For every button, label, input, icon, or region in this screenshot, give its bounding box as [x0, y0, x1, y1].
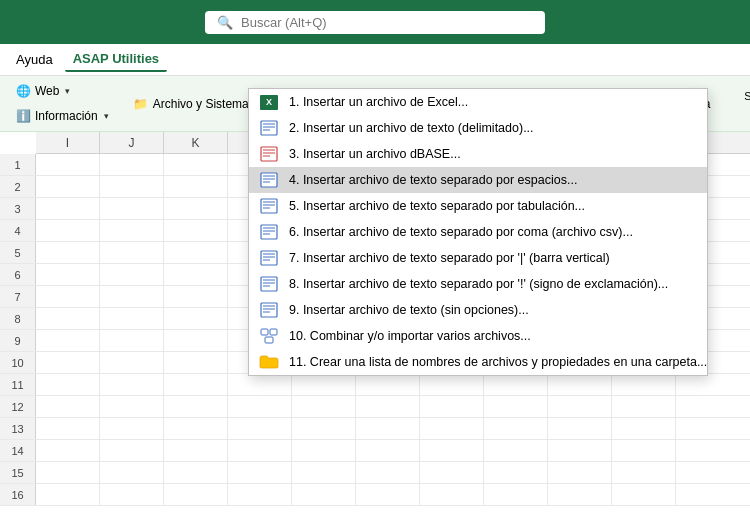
col-header-k: K [164, 132, 228, 153]
menu-bar: Ayuda ASAP Utilities [0, 44, 750, 76]
info-dropdown-arrow: ▾ [104, 111, 109, 121]
svg-rect-28 [261, 277, 277, 291]
svg-rect-38 [265, 337, 273, 343]
table-row: 16 [0, 484, 750, 506]
dropdown-item-icon-7 [259, 250, 279, 266]
search-box[interactable]: 🔍 [205, 11, 545, 34]
dropdown-item-2[interactable]: 2. Insertar un archivo de texto (delimit… [249, 115, 707, 141]
search-input[interactable] [241, 15, 533, 30]
row-num: 5 [0, 242, 36, 263]
dropdown-item-text-5: 5. Insertar archivo de texto separado po… [289, 199, 585, 213]
svg-rect-37 [270, 329, 277, 335]
dropdown-item-4[interactable]: 4. Insertar archivo de texto separado po… [249, 167, 707, 193]
table-row: 11 [0, 374, 750, 396]
dropdown-item-7[interactable]: 7. Insertar archivo de texto separado po… [249, 245, 707, 271]
dropdown-item-icon-8 [259, 276, 279, 292]
row-num: 6 [0, 264, 36, 285]
dropdown-item-icon-9 [259, 302, 279, 318]
svg-rect-12 [261, 173, 277, 187]
dropdown-item-text-2: 2. Insertar un archivo de texto (delimit… [289, 121, 534, 135]
dropdown-item-icon-10 [259, 328, 279, 344]
svg-rect-20 [261, 225, 277, 239]
table-row: 13 [0, 418, 750, 440]
ribbon-archivo-btn[interactable]: 📁 Archivo y Sistema ▾ [126, 93, 267, 115]
dropdown-item-text-11: 11. Crear una lista de nombres de archiv… [289, 355, 707, 369]
dropdown-item-text-6: 6. Insertar archivo de texto separado po… [289, 225, 633, 239]
dropdown-item-icon-11 [259, 354, 279, 370]
row-num: 2 [0, 176, 36, 197]
dropdown-item-text-3: 3. Insertar un archivo dBASE... [289, 147, 461, 161]
row-num: 13 [0, 418, 36, 439]
dropdown-item-9[interactable]: 9. Insertar archivo de texto (sin opcion… [249, 297, 707, 323]
dropdown-item-6[interactable]: 6. Insertar archivo de texto separado po… [249, 219, 707, 245]
svg-rect-24 [261, 251, 277, 265]
ribbon-info-btn[interactable]: ℹ️ Información ▾ [8, 105, 116, 127]
dropdown-item-text-4: 4. Insertar archivo de texto separado po… [289, 173, 577, 187]
info-icon: ℹ️ [15, 108, 31, 124]
row-num: 16 [0, 484, 36, 505]
svg-rect-36 [261, 329, 268, 335]
row-num: 3 [0, 198, 36, 219]
row-num: 10 [0, 352, 36, 373]
dropdown-item-text-1: 1. Insertar un archivo de Excel... [289, 95, 468, 109]
dropdown-item-icon-1: X [259, 94, 279, 110]
col-header-j: J [100, 132, 164, 153]
table-row: 12 [0, 396, 750, 418]
menu-ayuda[interactable]: Ayuda [8, 48, 61, 71]
col-header-i: I [36, 132, 100, 153]
row-num: 9 [0, 330, 36, 351]
dropdown-item-icon-3 [259, 146, 279, 162]
archivo-icon: 📁 [133, 96, 149, 112]
search-icon: 🔍 [217, 15, 233, 30]
dropdown-item-text-10: 10. Combinar y/o importar varios archivo… [289, 329, 531, 343]
table-row: 15 [0, 462, 750, 484]
ribbon-suger-btn[interactable]: Sugere... del... [737, 87, 750, 121]
svg-rect-16 [261, 199, 277, 213]
dropdown-item-3[interactable]: 3. Insertar un archivo dBASE... [249, 141, 707, 167]
row-num: 14 [0, 440, 36, 461]
dropdown-item-text-8: 8. Insertar archivo de texto separado po… [289, 277, 668, 291]
row-num: 8 [0, 308, 36, 329]
row-num: 1 [0, 154, 36, 175]
dropdown-item-icon-6 [259, 224, 279, 240]
svg-rect-8 [261, 147, 277, 161]
svg-rect-32 [261, 303, 277, 317]
row-num: 4 [0, 220, 36, 241]
dropdown-item-1[interactable]: X1. Insertar un archivo de Excel... [249, 89, 707, 115]
row-num: 11 [0, 374, 36, 395]
row-num: 12 [0, 396, 36, 417]
dropdown-item-8[interactable]: 8. Insertar archivo de texto separado po… [249, 271, 707, 297]
dropdown-item-icon-5 [259, 198, 279, 214]
menu-asap[interactable]: ASAP Utilities [65, 47, 167, 72]
dropdown-item-icon-2 [259, 120, 279, 136]
dropdown-item-11[interactable]: 11. Crear una lista de nombres de archiv… [249, 349, 707, 375]
table-row: 14 [0, 440, 750, 462]
row-num: 15 [0, 462, 36, 483]
dropdown-item-text-7: 7. Insertar archivo de texto separado po… [289, 251, 610, 265]
row-num: 7 [0, 286, 36, 307]
web-icon: 🌐 [15, 83, 31, 99]
dropdown-item-10[interactable]: 10. Combinar y/o importar varios archivo… [249, 323, 707, 349]
dropdown-item-icon-4 [259, 172, 279, 188]
dropdown-item-5[interactable]: 5. Insertar archivo de texto separado po… [249, 193, 707, 219]
dropdown-item-text-9: 9. Insertar archivo de texto (sin opcion… [289, 303, 529, 317]
web-dropdown-arrow: ▾ [65, 86, 70, 96]
ribbon-web-btn[interactable]: 🌐 Web ▾ [8, 80, 116, 102]
top-bar: 🔍 [0, 0, 750, 44]
svg-rect-4 [261, 121, 277, 135]
importar-dropdown-menu: X1. Insertar un archivo de Excel...2. In… [248, 88, 708, 376]
